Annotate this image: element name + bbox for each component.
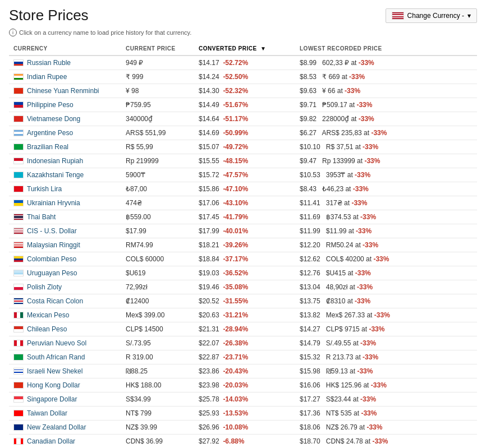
lowest-price-cell: $9.82 228000₫ at -33%: [295, 112, 477, 126]
currency-name[interactable]: Argentine Peso: [27, 129, 73, 137]
currency-name[interactable]: Vietnamese Dong: [27, 115, 80, 123]
table-row: Mexican Peso Mex$ 399.00$20.63 -31.21%$1…: [9, 308, 477, 322]
lowest-note: Mex$ 267.33 at -33%: [326, 311, 390, 319]
lowest-price-cell: $18.06 NZ$ 26.79 at -33%: [295, 421, 477, 435]
converted-pct: -52.32%: [223, 87, 248, 95]
currency-name[interactable]: Thai Baht: [27, 213, 56, 221]
lowest-note: ₡8310 at -33%: [326, 297, 370, 305]
flag-us-icon: [392, 12, 404, 20]
currency-name[interactable]: Russian Ruble: [27, 59, 71, 67]
current-price-cell: NT$ 799: [121, 407, 194, 421]
lowest-price-cell: $12.20 RM50.24 at -33%: [295, 238, 477, 252]
lowest-price-cell: $9.63 ¥ 66 at -33%: [295, 84, 477, 98]
currency-name[interactable]: Hong Kong Dollar: [27, 381, 80, 389]
currency-name[interactable]: Indian Rupee: [27, 73, 67, 81]
currency-cell: Philippine Peso: [9, 98, 121, 112]
converted-price-cell: $20.52 -31.55%: [194, 294, 295, 308]
flag-cn-icon: [13, 87, 24, 94]
converted-amount: $15.55: [199, 157, 219, 165]
converted-amount: $19.03: [199, 269, 219, 277]
table-row: Thai Baht ฿559.00$17.45 -41.79%$11.69 ฿3…: [9, 210, 477, 224]
flag-id-icon: [13, 158, 24, 164]
current-price-cell: ₱759.95: [121, 98, 194, 112]
lowest-pct: -33%: [363, 353, 378, 361]
currency-name[interactable]: Brazilian Real: [27, 143, 68, 151]
flag-vn-icon: [13, 116, 24, 122]
currency-name[interactable]: Singapore Dollar: [27, 395, 77, 403]
lowest-note: CLP$ 9715 at -33%: [326, 325, 385, 333]
converted-price-cell: $15.72 -47.57%: [194, 168, 295, 182]
lowest-note: $U415 at -33%: [326, 269, 371, 277]
lowest-note: RM50.24 at -33%: [326, 241, 378, 249]
currency-name[interactable]: Chinese Yuan Renminbi: [27, 87, 99, 95]
table-row: Israeli New Shekel ₪88.25$23.86 -20.43%$…: [9, 364, 477, 378]
lowest-note: $11.99 at -33%: [326, 227, 372, 235]
currency-name[interactable]: Kazakhstani Tenge: [27, 171, 84, 179]
currency-name[interactable]: Chilean Peso: [27, 325, 67, 333]
lowest-pct: -33%: [363, 241, 378, 249]
converted-amount: $19.46: [199, 283, 219, 291]
currency-name[interactable]: Mexican Peso: [27, 311, 69, 319]
flag-cr-icon: [13, 298, 24, 304]
table-row: Singapore Dollar S$34.99$25.78 -14.03%$1…: [9, 392, 477, 407]
table-row: Russian Ruble 949 ₽$14.17 -52.72%$8.99 6…: [9, 56, 477, 70]
lowest-amount: $9.71: [300, 101, 317, 109]
converted-pct: -51.17%: [223, 115, 248, 123]
currency-name[interactable]: South African Rand: [27, 353, 85, 361]
currency-name[interactable]: Ukrainian Hryvnia: [27, 199, 80, 207]
currency-name[interactable]: Philippine Peso: [27, 101, 74, 109]
converted-price-cell: $23.98 -20.03%: [194, 378, 295, 392]
current-price-cell: R$ 55,99: [121, 140, 194, 154]
lowest-price-cell: $17.27 S$23.44 at -33%: [295, 392, 477, 407]
table-row: Taiwan Dollar NT$ 799$25.93 -13.53%$17.3…: [9, 407, 477, 421]
change-currency-button[interactable]: Change Currency - ▾: [386, 8, 477, 23]
currency-name[interactable]: Costa Rican Colon: [27, 297, 83, 305]
lowest-price-cell: $16.06 HK$ 125.96 at -33%: [295, 378, 477, 392]
lowest-amount: $11.69: [300, 213, 320, 221]
converted-price-cell: $23.86 -20.43%: [194, 364, 295, 378]
currency-name[interactable]: Peruvian Nuevo Sol: [27, 339, 86, 347]
flag-ua-icon: [13, 200, 24, 206]
currency-name[interactable]: CIS - U.S. Dollar: [27, 227, 77, 235]
col-current-price[interactable]: CURRENT PRICE: [121, 42, 194, 56]
currency-name[interactable]: Colombian Peso: [27, 255, 76, 263]
currency-name[interactable]: Malaysian Ringgit: [27, 241, 80, 249]
converted-pct: -36.52%: [223, 269, 248, 277]
currency-cell: Indonesian Rupiah: [9, 154, 121, 168]
currency-name[interactable]: New Zealand Dollar: [27, 423, 86, 431]
currency-name[interactable]: Israeli New Shekel: [27, 367, 82, 375]
lowest-pct: -33%: [369, 325, 384, 333]
converted-pct: -31.55%: [223, 297, 248, 305]
lowest-pct: -33%: [355, 269, 371, 277]
currency-name[interactable]: Polish Zloty: [27, 283, 62, 291]
lowest-amount: $9.63: [300, 87, 317, 95]
currency-name[interactable]: Uruguayan Peso: [27, 269, 77, 277]
lowest-price-cell: $11.41 317₴ at -33%: [295, 196, 477, 210]
lowest-amount: $8.99: [300, 59, 317, 67]
currency-cell: Brazilian Real: [9, 140, 121, 154]
converted-amount: $20.63: [199, 311, 219, 319]
converted-pct: -50.99%: [223, 129, 248, 137]
header-row: Store Prices Change Currency - ▾: [9, 7, 477, 24]
table-row: Argentine Peso ARS$ 551,99$14.69 -50.99%…: [9, 126, 477, 140]
col-converted-price[interactable]: CONVERTED PRICE ▼: [194, 42, 295, 56]
currency-name[interactable]: Canadian Dollar: [27, 437, 75, 445]
currency-cell: Canadian Dollar: [9, 435, 121, 449]
lowest-note: NZ$ 26.79 at -33%: [326, 423, 383, 431]
lowest-price-cell: $18.70 CDN$ 24.78 at -33%: [295, 435, 477, 449]
table-row: Chilean Peso CLP$ 14500$21.31 -28.94%$14…: [9, 322, 477, 336]
col-currency[interactable]: CURRENCY: [9, 42, 121, 56]
table-header-row: CURRENCY CURRENT PRICE CONVERTED PRICE ▼…: [9, 42, 477, 56]
flag-pl-icon: [13, 284, 24, 290]
converted-amount: $23.86: [199, 367, 219, 375]
converted-pct: -14.03%: [223, 395, 248, 403]
currency-name[interactable]: Taiwan Dollar: [27, 409, 67, 417]
lowest-note: R 213.73 at -33%: [326, 353, 378, 361]
currency-name[interactable]: Indonesian Rupiah: [27, 157, 83, 165]
currency-cell: Hong Kong Dollar: [9, 378, 121, 392]
converted-pct: -48.15%: [223, 157, 248, 165]
col-lowest-price[interactable]: LOWEST RECORDED PRICE: [295, 42, 477, 56]
currency-name[interactable]: Turkish Lira: [27, 185, 62, 193]
lowest-note: 48,90zł at -33%: [326, 283, 373, 291]
table-row: Chinese Yuan Renminbi ¥ 98$14.30 -52.32%…: [9, 84, 477, 98]
